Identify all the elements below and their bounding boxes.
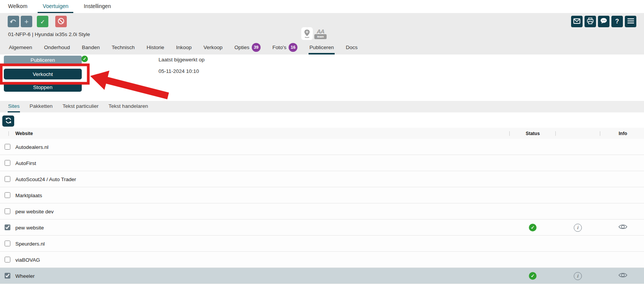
- mail-button[interactable]: [571, 16, 583, 27]
- aa-logo-sub: team: [314, 34, 327, 39]
- site-row[interactable]: AutoFirst: [0, 155, 644, 171]
- vtab-historie[interactable]: Historie: [146, 41, 165, 54]
- subtab-sites[interactable]: Sites: [8, 101, 20, 112]
- site-row[interactable]: Speurders.nl: [0, 236, 644, 252]
- site-checkbox[interactable]: [5, 208, 10, 214]
- site-row[interactable]: viaBOVAG: [0, 252, 644, 268]
- site-preview-cell: [618, 155, 628, 171]
- site-checkbox[interactable]: [5, 257, 10, 262]
- subtab-tekst-handelaren[interactable]: Tekst handelaren: [108, 101, 149, 112]
- site-status-cell: [529, 236, 537, 252]
- chat-button[interactable]: [598, 16, 609, 27]
- vtab-banden[interactable]: Banden: [81, 41, 101, 54]
- vtab-docs[interactable]: Docs: [345, 41, 358, 54]
- verkocht-button[interactable]: Verkocht: [4, 69, 82, 79]
- column-header-info[interactable]: Info: [608, 128, 638, 139]
- site-preview-cell: [618, 252, 628, 268]
- toolbar-right-buttons: ?: [571, 16, 636, 27]
- column-header-website[interactable]: Website: [15, 128, 33, 139]
- site-name: Speurders.nl: [15, 236, 45, 252]
- last-updated-label: Laatst bijgewerkt op: [159, 57, 205, 63]
- site-preview-cell: [618, 236, 628, 252]
- vtab-verkoop[interactable]: Verkoop: [203, 41, 223, 54]
- subtab-pakketten[interactable]: Pakketten: [29, 101, 53, 112]
- site-status-cell: ✓: [529, 219, 537, 236]
- vtab-onderhoud[interactable]: Onderhoud: [43, 41, 71, 54]
- toolbar: + ✓: [0, 13, 644, 54]
- site-row[interactable]: pew website dev: [0, 203, 644, 219]
- cancel-button[interactable]: [55, 16, 67, 27]
- site-name: Marktplaats: [15, 187, 42, 203]
- site-info-cell: [573, 155, 582, 171]
- site-name: AutoFirst: [15, 155, 36, 171]
- subtab-tekst-particulier[interactable]: Tekst particulier: [62, 101, 99, 112]
- site-status-cell: [529, 187, 537, 203]
- site-name: Autodealers.nl: [15, 139, 48, 155]
- add-button[interactable]: +: [21, 16, 32, 27]
- opties-count-badge: 39: [252, 43, 261, 52]
- eye-icon[interactable]: [618, 272, 627, 280]
- refresh-button[interactable]: [2, 116, 14, 127]
- vtab-publiceren[interactable]: Publiceren: [309, 41, 335, 54]
- site-status-cell: ✓: [529, 268, 537, 284]
- vtab-fotos[interactable]: Foto's 16: [272, 41, 298, 54]
- prohibition-icon: [57, 17, 65, 26]
- sites-table-header: Website Status Info: [0, 128, 644, 139]
- site-checkbox[interactable]: [5, 273, 10, 279]
- vtab-opties[interactable]: Opties 39: [234, 41, 261, 54]
- column-divider: [8, 131, 9, 136]
- site-row[interactable]: Autodealers.nl: [0, 139, 644, 155]
- info-icon[interactable]: i: [574, 224, 582, 232]
- menu-button[interactable]: [625, 16, 636, 27]
- site-checkbox[interactable]: [5, 192, 10, 198]
- info-icon[interactable]: i: [574, 272, 582, 280]
- site-info-cell: i: [573, 219, 582, 236]
- site-checkbox[interactable]: [5, 144, 10, 150]
- site-row[interactable]: AutoScout24 / Auto Trader: [0, 171, 644, 187]
- site-row[interactable]: Marktplaats: [0, 187, 644, 203]
- site-row[interactable]: Wheeler ✓ i: [0, 268, 644, 284]
- back-button[interactable]: [8, 16, 19, 27]
- printer-icon: [587, 18, 594, 25]
- eye-icon[interactable]: [618, 224, 627, 231]
- site-checkbox[interactable]: [5, 241, 10, 246]
- stoppen-button[interactable]: Stoppen: [4, 82, 82, 92]
- site-status-cell: [529, 171, 537, 187]
- save-button[interactable]: ✓: [37, 16, 48, 27]
- aa-team-logo-icon[interactable]: AA team: [314, 27, 327, 39]
- site-info-cell: i: [573, 268, 582, 284]
- column-divider: [600, 131, 600, 136]
- site-status-cell: [529, 252, 537, 268]
- main-nav: Welkom Voertuigen Instellingen: [0, 0, 644, 13]
- nav-tab-voertuigen[interactable]: Voertuigen: [38, 0, 73, 13]
- column-header-status[interactable]: Status: [510, 128, 556, 139]
- vehicle-tabs: Algemeen Onderhoud Banden Technisch Hist…: [0, 41, 644, 54]
- status-ok-icon: ✓: [529, 224, 537, 231]
- aa-logo-letters: AA: [317, 28, 324, 34]
- hamburger-icon: [627, 18, 634, 25]
- site-status-cell: [529, 155, 537, 171]
- vtab-inkoop[interactable]: Inkoop: [175, 41, 193, 54]
- nav-tab-welkom[interactable]: Welkom: [3, 0, 32, 13]
- fotos-count-badge: 16: [289, 43, 297, 52]
- vtab-algemeen[interactable]: Algemeen: [8, 41, 33, 54]
- site-checkbox[interactable]: [5, 176, 10, 182]
- site-preview-cell: [618, 171, 628, 187]
- app-window: Welkom Voertuigen Instellingen + ✓: [0, 0, 644, 297]
- site-checkbox[interactable]: [5, 160, 10, 166]
- print-button[interactable]: [585, 16, 596, 27]
- vtab-opties-label: Opties: [234, 45, 249, 50]
- toolbar-left-buttons: + ✓: [8, 16, 67, 27]
- site-row[interactable]: pew website ✓ i: [0, 219, 644, 236]
- publiceren-button[interactable]: Publiceren: [4, 56, 82, 64]
- site-checkbox[interactable]: [5, 224, 10, 230]
- site-preview-cell: [618, 187, 628, 203]
- vtab-technisch[interactable]: Technisch: [111, 41, 135, 54]
- site-info-cell: [573, 236, 582, 252]
- chat-bubble-icon: [600, 18, 607, 25]
- site-name: viaBOVAG: [15, 252, 40, 268]
- site-preview-cell: [618, 139, 628, 155]
- nav-tab-instellingen[interactable]: Instellingen: [79, 0, 116, 13]
- location-pin-icon[interactable]: [301, 27, 313, 40]
- help-button[interactable]: ?: [611, 16, 623, 27]
